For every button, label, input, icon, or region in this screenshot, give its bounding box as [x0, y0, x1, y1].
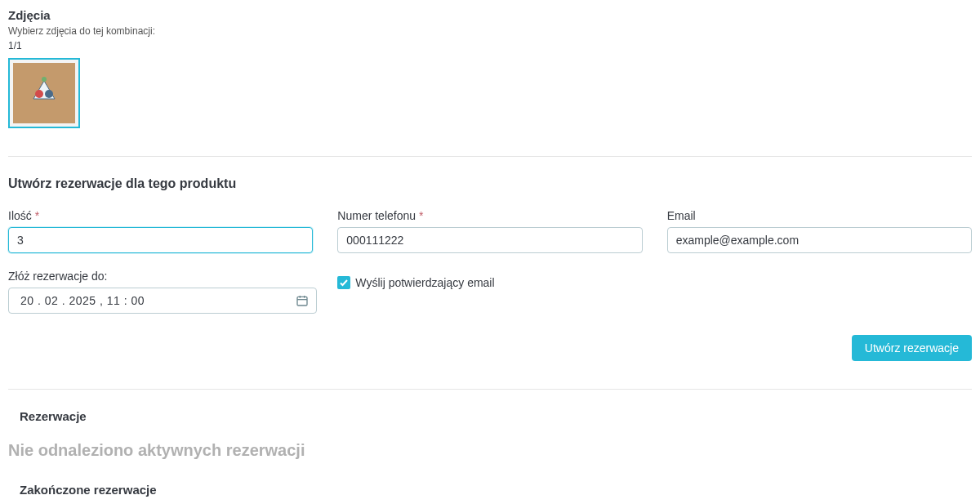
create-reservation-section: Utwórz rezerwacje dla tego produktu Iloś…: [8, 176, 972, 361]
qty-input[interactable]: [8, 227, 313, 253]
reservations-section: Rezerwacje Nie odnaleziono aktywnych rez…: [8, 409, 972, 497]
deadline-label: Złóż rezerwacje do:: [8, 270, 313, 283]
completed-reservations-heading: Zakończone rezerwacje: [20, 483, 972, 497]
photos-title: Zdjęcia: [8, 8, 972, 22]
product-image: [13, 63, 75, 123]
required-mark: *: [419, 209, 423, 222]
svg-point-3: [45, 90, 53, 98]
photos-section: Zdjęcia Wybierz zdjęcia do tej kombinacj…: [8, 8, 972, 128]
email-label: Email: [667, 209, 972, 222]
qty-label: Ilość*: [8, 209, 313, 222]
phone-label-text: Numer telefonu: [337, 209, 416, 222]
divider: [8, 389, 972, 390]
deadline-input[interactable]: 20 . 02 . 2025 , 11 : 00: [8, 288, 317, 314]
confirm-email-label: Wyślij potwierdzający email: [355, 276, 494, 289]
create-reservation-button[interactable]: Utwórz rezerwacje: [852, 335, 972, 361]
create-reservation-heading: Utwórz rezerwacje dla tego produktu: [8, 176, 972, 191]
photos-helper: Wybierz zdjęcia do tej kombinacji:: [8, 25, 972, 37]
calendar-icon[interactable]: [296, 294, 309, 307]
product-thumbnail[interactable]: [8, 58, 80, 128]
check-icon: [339, 278, 349, 288]
divider: [8, 156, 972, 157]
svg-rect-4: [297, 297, 307, 306]
thumbnail-row: [8, 58, 972, 128]
notebook-icon: [25, 74, 63, 112]
deadline-value: 20 . 02 . 2025 , 11 : 00: [20, 294, 145, 307]
qty-label-text: Ilość: [8, 209, 32, 222]
svg-point-1: [42, 77, 47, 82]
confirm-email-row: Wyślij potwierdzający email: [337, 276, 642, 289]
no-reservations-text: Nie odnaleziono aktywnych rezerwacji: [8, 441, 972, 460]
required-mark: *: [35, 209, 39, 222]
confirm-email-checkbox[interactable]: [337, 276, 350, 289]
email-input[interactable]: [667, 227, 972, 253]
phone-label: Numer telefonu*: [337, 209, 642, 222]
reservations-heading: Rezerwacje: [20, 409, 972, 423]
svg-point-2: [35, 90, 43, 98]
phone-input[interactable]: [337, 227, 642, 253]
photos-counter: 1/1: [8, 40, 972, 51]
